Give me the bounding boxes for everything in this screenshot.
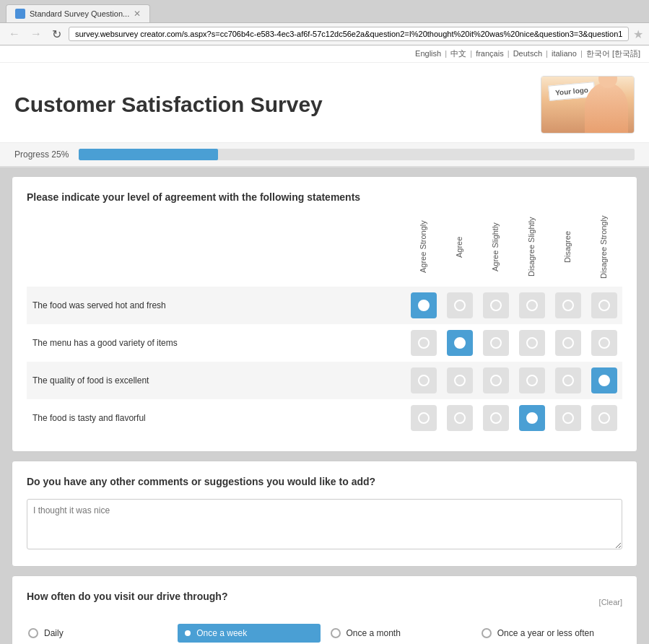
- col-agree-slightly: Agree Slightly: [478, 214, 514, 287]
- address-bar[interactable]: [69, 27, 629, 41]
- lang-sep-1: |: [445, 49, 447, 58]
- matrix-cell[interactable]: [586, 399, 622, 437]
- matrix-cell[interactable]: [586, 324, 622, 362]
- section-frequency: How often do you visit our drive through…: [12, 575, 637, 644]
- lang-english[interactable]: English: [415, 49, 441, 58]
- section2-question: Do you have any other comments or sugges…: [27, 476, 622, 487]
- table-row: The menu has a good variety of items: [27, 324, 622, 362]
- lang-italian[interactable]: italiano: [552, 49, 577, 58]
- refresh-button[interactable]: ↻: [49, 27, 64, 41]
- matrix-cell[interactable]: [442, 399, 478, 437]
- frequency-grid: DailyOnce a weekOnce a monthOnce a year …: [27, 624, 622, 644]
- radio-circle: [331, 628, 341, 638]
- matrix-cell[interactable]: [514, 399, 550, 437]
- matrix-cell[interactable]: [406, 287, 442, 324]
- table-row: The food is tasty and flavorful: [27, 399, 622, 437]
- comments-textarea[interactable]: [27, 499, 622, 549]
- progress-fill: [79, 149, 217, 160]
- matrix-cell[interactable]: [586, 287, 622, 324]
- lang-sep-4: |: [546, 49, 548, 58]
- freq-option-label: Once a year or less often: [497, 628, 594, 638]
- lang-sep-5: |: [580, 49, 583, 58]
- matrix-row-label: The food was served hot and fresh: [27, 287, 406, 324]
- matrix-row-label: The quality of food is excellent: [27, 362, 406, 399]
- nav-bar: ← → ↻ ★: [0, 22, 649, 45]
- active-tab[interactable]: Standard Survey Question... ✕: [6, 4, 150, 22]
- language-bar: English | 中文 | français | Deutsch | ital…: [0, 45, 649, 63]
- freq-option-label: Once a week: [196, 628, 247, 638]
- col-disagree: Disagree: [550, 214, 586, 287]
- lang-korean[interactable]: 한국어 [한국語]: [586, 49, 640, 58]
- tab-title: Standard Survey Question...: [30, 9, 129, 18]
- lang-french[interactable]: français: [476, 49, 504, 58]
- tab-bar: Standard Survey Question... ✕: [0, 0, 649, 22]
- section-comments: Do you have any other comments or sugges…: [12, 461, 637, 567]
- matrix-cell[interactable]: [514, 287, 550, 324]
- matrix-cell[interactable]: [550, 324, 586, 362]
- matrix-cell[interactable]: [586, 362, 622, 399]
- table-row: The quality of food is excellent: [27, 362, 622, 399]
- lang-german[interactable]: Deutsch: [513, 49, 542, 58]
- browser-chrome: Standard Survey Question... ✕ ← → ↻ ★: [0, 0, 649, 45]
- list-item[interactable]: Once a year or less often: [480, 624, 622, 643]
- lang-sep-3: |: [508, 49, 510, 58]
- section1-question: Please indicate your level of agreement …: [27, 191, 622, 203]
- progress-track: [79, 149, 635, 160]
- col-agree-strongly: Agree Strongly: [406, 214, 442, 287]
- back-button[interactable]: ←: [6, 27, 23, 40]
- radio-circle: [28, 628, 38, 638]
- list-item[interactable]: Daily: [27, 624, 169, 643]
- survey-header: Customer Satisfaction Survey Your logo: [0, 63, 649, 143]
- col-disagree-strongly: Disagree Strongly: [586, 214, 622, 287]
- matrix-cell[interactable]: [550, 287, 586, 324]
- selected-dot: [185, 630, 191, 636]
- matrix-cell[interactable]: [478, 324, 514, 362]
- matrix-cell[interactable]: [406, 324, 442, 362]
- survey-content: Please indicate your level of agreement …: [0, 167, 649, 644]
- forward-button[interactable]: →: [27, 27, 45, 40]
- page-wrapper: English | 中文 | français | Deutsch | ital…: [0, 45, 649, 644]
- matrix-row-label: The food is tasty and flavorful: [27, 399, 406, 437]
- freq-option-label: Once a month: [347, 628, 401, 638]
- logo-area: Your logo: [541, 76, 635, 134]
- progress-label: Progress 25%: [14, 149, 69, 160]
- lang-chinese[interactable]: 中文: [450, 49, 466, 58]
- col-agree: Agree: [442, 214, 478, 287]
- col-disagree-slightly: Disagree Slightly: [514, 214, 550, 287]
- matrix-cell[interactable]: [478, 399, 514, 437]
- frequency-header: How often do you visit our drive through…: [27, 591, 622, 614]
- matrix-cell[interactable]: [478, 362, 514, 399]
- survey-title: Customer Satisfaction Survey: [14, 92, 323, 117]
- list-item[interactable]: Once a week: [178, 624, 320, 643]
- progress-section: Progress 25%: [0, 143, 649, 167]
- matrix-cell[interactable]: [478, 287, 514, 324]
- matrix-cell[interactable]: [550, 399, 586, 437]
- list-item[interactable]: Once a month: [329, 624, 471, 643]
- matrix-cell[interactable]: [514, 324, 550, 362]
- table-row: The food was served hot and fresh: [27, 287, 622, 324]
- lang-sep-2: |: [470, 49, 472, 58]
- matrix-cell[interactable]: [406, 399, 442, 437]
- matrix-cell[interactable]: [550, 362, 586, 399]
- logo-image: Your logo: [541, 77, 634, 133]
- matrix-row-header: [27, 214, 406, 287]
- tab-close-button[interactable]: ✕: [134, 9, 141, 19]
- matrix-cell[interactable]: [442, 287, 478, 324]
- matrix-cell[interactable]: [514, 362, 550, 399]
- section-rating-matrix: Please indicate your level of agreement …: [12, 176, 637, 452]
- bookmark-button[interactable]: ★: [633, 27, 643, 41]
- rating-matrix-table: Agree Strongly Agree Agree Slightly Disa…: [27, 214, 622, 437]
- matrix-cell[interactable]: [442, 362, 478, 399]
- section3-question: How often do you visit our drive through…: [27, 591, 227, 602]
- matrix-cell[interactable]: [442, 324, 478, 362]
- radio-circle: [482, 628, 492, 638]
- matrix-row-label: The menu has a good variety of items: [27, 324, 406, 362]
- tab-favicon: [15, 9, 25, 19]
- clear-link[interactable]: [Clear]: [599, 598, 622, 606]
- freq-option-label: Daily: [44, 628, 64, 638]
- matrix-cell[interactable]: [406, 362, 442, 399]
